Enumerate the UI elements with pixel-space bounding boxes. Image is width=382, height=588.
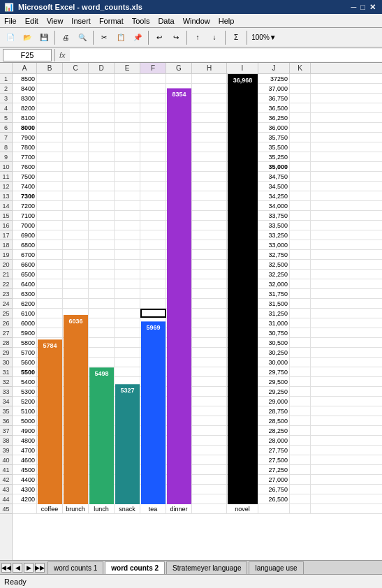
cell-j43[interactable]: 26,750 <box>258 485 290 494</box>
cell-k13[interactable] <box>290 191 311 200</box>
cell-b29[interactable] <box>37 348 63 357</box>
cell-b28[interactable] <box>37 338 63 347</box>
cell-d4[interactable] <box>89 103 115 112</box>
cell-e40[interactable] <box>115 455 140 464</box>
cell-f34[interactable] <box>140 397 166 406</box>
cell-f27[interactable] <box>140 328 166 337</box>
cell-j21[interactable]: 32,250 <box>258 270 290 279</box>
cell-b24[interactable] <box>37 299 63 308</box>
cell-d18[interactable] <box>89 240 115 249</box>
cell-g22[interactable] <box>166 279 192 288</box>
cell-b10[interactable] <box>37 162 63 171</box>
tab-prev-btn[interactable]: ◀ <box>13 563 22 573</box>
table-row[interactable]: 470027,750 <box>13 446 382 455</box>
col-header-f[interactable]: F <box>140 63 166 73</box>
cell-d20[interactable] <box>89 260 115 269</box>
table-row[interactable]: 590030,750 <box>13 328 382 338</box>
cell-i33[interactable] <box>227 387 258 396</box>
cell-e26[interactable] <box>115 318 140 328</box>
cell-c26[interactable] <box>63 318 89 328</box>
cell-j22[interactable]: 32,000 <box>258 279 290 288</box>
cell-b33[interactable] <box>37 387 63 396</box>
table-row[interactable]: 420026,500 <box>13 494 382 504</box>
cell-g18[interactable] <box>166 240 192 249</box>
cell-f20[interactable] <box>140 260 166 269</box>
cell-c24[interactable] <box>63 299 89 308</box>
cell-i4[interactable] <box>227 103 258 112</box>
table-row[interactable]: 440027,000 <box>13 475 382 485</box>
cell-h10[interactable] <box>192 162 227 171</box>
cell-g1[interactable] <box>166 74 192 83</box>
cell-g35[interactable] <box>166 406 192 416</box>
cell-a37[interactable]: 4900 <box>13 426 37 435</box>
table-row[interactable]: 550029,750 <box>13 367 382 377</box>
cell-g10[interactable] <box>166 162 192 171</box>
cell-b14[interactable] <box>37 201 63 210</box>
cell-i32[interactable] <box>227 377 258 386</box>
cell-f28[interactable] <box>140 338 166 347</box>
cell-d14[interactable] <box>89 201 115 210</box>
cell-a9[interactable]: 7700 <box>13 152 37 161</box>
cell-g8[interactable] <box>166 142 192 152</box>
cell-c9[interactable] <box>63 152 89 161</box>
cell-b12[interactable] <box>37 182 63 191</box>
cell-c16[interactable] <box>63 221 89 230</box>
cell-k17[interactable] <box>290 230 311 240</box>
cell-c27[interactable] <box>63 328 89 337</box>
cell-j9[interactable]: 35,250 <box>258 152 290 161</box>
cell-h11[interactable] <box>192 172 227 181</box>
cell-b36[interactable] <box>37 416 63 425</box>
cell-j23[interactable]: 31,750 <box>258 289 290 298</box>
cell-k10[interactable] <box>290 162 311 171</box>
cell-e17[interactable] <box>115 230 140 240</box>
cell-i36[interactable] <box>227 416 258 425</box>
cell-k18[interactable] <box>290 240 311 249</box>
cell-d44[interactable] <box>89 494 115 504</box>
cell-g12[interactable] <box>166 182 192 191</box>
cell-i27[interactable] <box>227 328 258 337</box>
cell-h41[interactable] <box>192 465 227 474</box>
table-row[interactable]: 680033,000 <box>13 240 382 250</box>
cell-a41[interactable]: 4500 <box>13 465 37 474</box>
cell-e3[interactable] <box>115 94 140 103</box>
cell-i23[interactable] <box>227 289 258 298</box>
cell-i30[interactable] <box>227 358 258 367</box>
table-row[interactable]: 480028,000 <box>13 436 382 446</box>
preview-btn[interactable]: 🔍 <box>75 30 90 45</box>
cell-j39[interactable]: 27,750 <box>258 446 290 455</box>
cell-b15[interactable] <box>37 211 63 220</box>
cell-b19[interactable] <box>37 250 63 259</box>
cell-d25[interactable] <box>89 309 115 318</box>
cell-d42[interactable] <box>89 475 115 484</box>
cell-b8[interactable] <box>37 142 63 152</box>
cell-g11[interactable] <box>166 172 192 181</box>
cell-j26[interactable]: 31,000 <box>258 318 290 328</box>
table-row[interactable]: 450027,250 <box>13 465 382 475</box>
table-row[interactable]: 630031,750 <box>13 289 382 299</box>
cell-c1[interactable] <box>63 74 89 83</box>
cell-a30[interactable]: 5600 <box>13 358 37 367</box>
cell-d23[interactable] <box>89 289 115 298</box>
cell-a20[interactable]: 6600 <box>13 260 37 269</box>
cell-a7[interactable]: 7900 <box>13 133 37 142</box>
cell-b23[interactable] <box>37 289 63 298</box>
cell-i28[interactable] <box>227 338 258 347</box>
cell-b22[interactable] <box>37 279 63 288</box>
cell-a2[interactable]: 8400 <box>13 84 37 93</box>
cell-b30[interactable] <box>37 358 63 367</box>
cell-i13[interactable] <box>227 191 258 200</box>
cell-f30[interactable] <box>140 358 166 367</box>
cell-g4[interactable] <box>166 103 192 112</box>
cell-f21[interactable] <box>140 270 166 279</box>
cell-b2[interactable] <box>37 84 63 93</box>
print-btn[interactable]: 🖨 <box>58 30 73 45</box>
cell-a16[interactable]: 7000 <box>13 221 37 230</box>
cell-k21[interactable] <box>290 270 311 279</box>
col-header-g[interactable]: G <box>166 63 192 73</box>
cell-k28[interactable] <box>290 338 311 347</box>
sort-desc-btn[interactable]: ↓ <box>207 30 222 45</box>
cell-a1[interactable]: 8500 <box>13 74 37 83</box>
cell-a3[interactable]: 8300 <box>13 94 37 103</box>
cell-g17[interactable] <box>166 230 192 240</box>
tab-first-btn[interactable]: ◀◀ <box>1 563 11 573</box>
